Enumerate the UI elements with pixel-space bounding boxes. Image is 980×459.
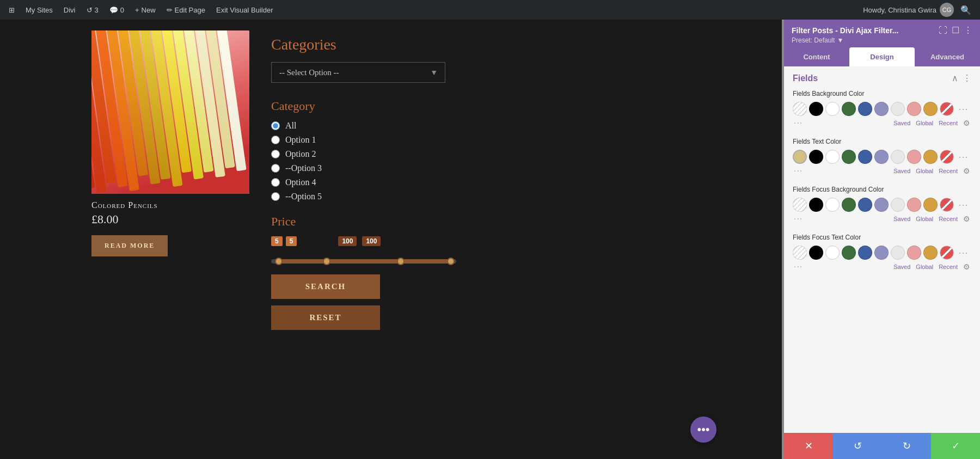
saved-label-ftxt[interactable]: Saved [893, 264, 910, 270]
recent-label-ftxt[interactable]: Recent [939, 264, 958, 270]
swatch-pink-ftxt[interactable] [907, 246, 921, 260]
cancel-button[interactable]: ✕ [784, 433, 833, 459]
saved-label-text[interactable]: Saved [893, 168, 910, 174]
swatch-lightgray-bg[interactable] [891, 102, 905, 116]
color-dots-ftxt[interactable]: ··· [794, 262, 803, 272]
reset-button[interactable]: Reset [271, 305, 380, 330]
radio-option2[interactable]: Option 2 [271, 149, 690, 159]
search-button[interactable]: Search [271, 274, 380, 299]
swatch-white-fbg[interactable] [825, 198, 840, 212]
new-item[interactable]: + New [131, 0, 160, 20]
radio-option4[interactable]: Option 4 [271, 178, 690, 187]
gear-icon-ftxt[interactable]: ⚙ [963, 262, 970, 271]
swatch-transparent-bg[interactable] [793, 102, 807, 116]
swatch-black-ftxt[interactable] [809, 246, 823, 260]
saved-label-bg[interactable]: Saved [893, 120, 910, 126]
swatch-black-fbg[interactable] [809, 198, 823, 212]
swatch-green-bg[interactable] [842, 102, 856, 116]
swatch-pink-bg[interactable] [907, 102, 921, 116]
price-thumb-mid[interactable] [323, 258, 330, 265]
tab-content[interactable]: Content [784, 47, 849, 66]
swatch-eyedropper-text[interactable] [793, 150, 807, 164]
recent-label-fbg[interactable]: Recent [939, 216, 958, 222]
swatch-red-slash-bg[interactable] [940, 102, 954, 116]
global-label-fbg[interactable]: Global [916, 216, 933, 222]
radio-input-option2[interactable] [271, 150, 280, 158]
swatch-white-text[interactable] [825, 150, 840, 164]
global-label-ftxt[interactable]: Global [916, 264, 933, 270]
swatch-black-bg[interactable] [809, 102, 823, 116]
expand-icon[interactable]: ⛶ [939, 26, 947, 35]
swatch-gold-ftxt[interactable] [923, 246, 938, 260]
revisions-item[interactable]: ↺ 3 [82, 0, 103, 20]
swatch-white-ftxt[interactable] [825, 246, 840, 260]
swatch-transparent-fbg[interactable] [793, 198, 807, 212]
color-extra-icon-ftxt[interactable]: ⋯ [958, 247, 969, 259]
price-thumb-max2[interactable] [447, 258, 455, 265]
swatch-blue-text[interactable] [858, 150, 872, 164]
fields-menu-icon[interactable]: ⋮ [963, 73, 971, 83]
category-select[interactable]: -- Select Option -- Option 1 Option 2 Op… [271, 62, 445, 83]
comments-item[interactable]: 💬 0 [105, 0, 128, 20]
recent-label-text[interactable]: Recent [939, 168, 958, 174]
saved-label-fbg[interactable]: Saved [893, 216, 910, 222]
tab-advanced[interactable]: Advanced [915, 47, 980, 66]
color-dots-text[interactable]: ··· [794, 166, 803, 176]
swatch-blue-bg[interactable] [858, 102, 872, 116]
redo-button[interactable]: ↻ [882, 433, 931, 459]
swatch-lavender-ftxt[interactable] [874, 246, 889, 260]
radio-input-option5[interactable] [271, 192, 280, 201]
swatch-black-text[interactable] [809, 150, 823, 164]
save-button[interactable]: ✓ [931, 433, 980, 459]
radio-all[interactable]: All [271, 121, 690, 131]
swatch-gold-fbg[interactable] [923, 198, 938, 212]
swatch-lavender-bg[interactable] [874, 102, 889, 116]
swatch-lavender-fbg[interactable] [874, 198, 889, 212]
panel-icon[interactable]: ☐ [952, 25, 959, 35]
swatch-blue-fbg[interactable] [858, 198, 872, 212]
swatch-lightgray-text[interactable] [891, 150, 905, 164]
swatch-green-fbg[interactable] [842, 198, 856, 212]
wp-logo[interactable]: ⊞ [4, 0, 19, 20]
swatch-green-ftxt[interactable] [842, 246, 856, 260]
swatch-lightgray-fbg[interactable] [891, 198, 905, 212]
radio-option5[interactable]: --Option 5 [271, 192, 690, 201]
color-extra-icon-fbg[interactable]: ⋯ [958, 199, 969, 211]
read-more-button[interactable]: Read More [91, 235, 168, 256]
color-extra-icon-text[interactable]: ⋯ [958, 151, 969, 163]
swatch-lightgray-ftxt[interactable] [891, 246, 905, 260]
edit-page-item[interactable]: ✏ Edit Page [162, 0, 210, 20]
swatch-red-slash-ftxt[interactable] [940, 246, 954, 260]
radio-input-option1[interactable] [271, 136, 280, 144]
swatch-lavender-text[interactable] [874, 150, 889, 164]
gear-icon-fbg[interactable]: ⚙ [963, 215, 970, 223]
swatch-transparent-ftxt[interactable] [793, 246, 807, 260]
swatch-white-bg[interactable] [825, 102, 840, 116]
swatch-green-text[interactable] [842, 150, 856, 164]
gear-icon-bg[interactable]: ⚙ [963, 119, 970, 127]
color-dots-bg[interactable]: ··· [794, 118, 803, 128]
swatch-pink-text[interactable] [907, 150, 921, 164]
recent-label-bg[interactable]: Recent [939, 120, 958, 126]
undo-button[interactable]: ↺ [833, 433, 882, 459]
price-thumb-min[interactable] [275, 258, 283, 265]
global-label-text[interactable]: Global [916, 168, 933, 174]
my-sites[interactable]: My Sites [21, 0, 57, 20]
radio-input-option3[interactable] [271, 164, 280, 173]
radio-option1[interactable]: Option 1 [271, 135, 690, 145]
radio-input-option4[interactable] [271, 178, 280, 187]
gear-icon-text[interactable]: ⚙ [963, 167, 970, 175]
global-label-bg[interactable]: Global [916, 120, 933, 126]
divi-item[interactable]: Divi [59, 0, 80, 20]
swatch-red-slash-text[interactable] [940, 150, 954, 164]
sidebar-preset[interactable]: Preset: Default ▼ [792, 36, 972, 44]
more-icon[interactable]: ⋮ [964, 25, 972, 35]
swatch-red-slash-fbg[interactable] [940, 198, 954, 212]
fields-collapse-icon[interactable]: ∧ [952, 73, 958, 83]
price-thumb-max1[interactable] [397, 258, 405, 265]
color-dots-fbg[interactable]: ··· [794, 214, 803, 224]
exit-builder-item[interactable]: Exit Visual Builder [212, 0, 278, 20]
tab-design[interactable]: Design [849, 47, 915, 66]
swatch-pink-fbg[interactable] [907, 198, 921, 212]
swatch-gold-bg[interactable] [923, 102, 938, 116]
